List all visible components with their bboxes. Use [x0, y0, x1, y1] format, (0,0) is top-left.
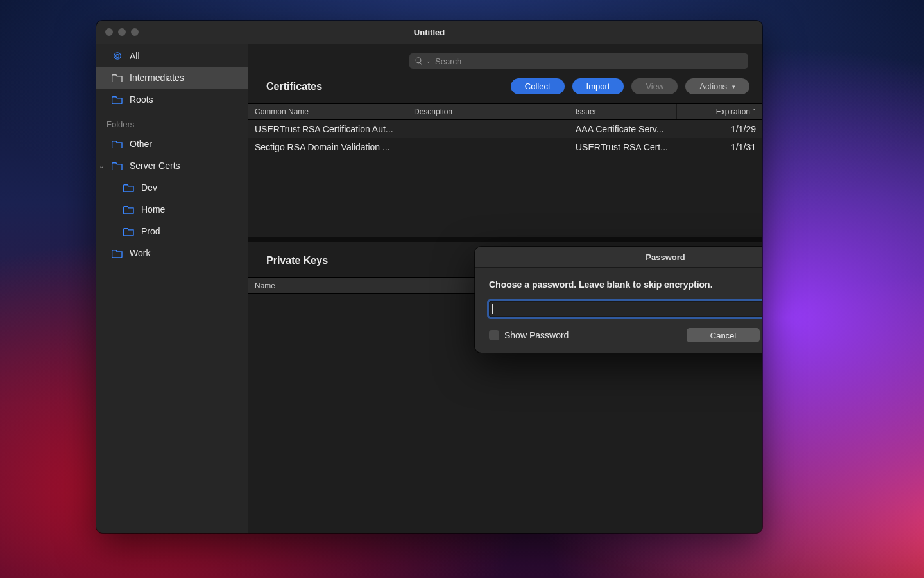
chevron-down-icon[interactable]: ⌄ [99, 162, 104, 170]
search-placeholder: Search [435, 57, 461, 66]
dialog-title: Password [475, 247, 762, 268]
sidebar-folder-dev[interactable]: Dev [96, 177, 248, 198]
sidebar-item-label: Home [141, 204, 165, 215]
app-window: Untitled All Intermediates Roots Folders… [96, 21, 762, 533]
sidebar-folder-work[interactable]: Work [96, 242, 248, 264]
folder-icon [112, 161, 123, 170]
folder-icon [123, 183, 135, 192]
main-content: ⌄ Search Certificates Collect Import Vie… [248, 44, 762, 533]
traffic-lights [105, 28, 139, 36]
certificates-title: Certificates [266, 81, 503, 92]
svg-point-0 [114, 53, 121, 60]
sidebar-item-label: All [130, 51, 140, 61]
certificates-section: Certificates Collect Import View Actions… [248, 78, 762, 237]
top-toolbar: ⌄ Search [248, 44, 762, 78]
folder-icon [123, 227, 135, 236]
chevron-down-icon: ▾ [732, 83, 735, 90]
sidebar: All Intermediates Roots Folders Other ⌄ … [96, 44, 248, 533]
sidebar-folder-prod[interactable]: Prod [96, 220, 248, 242]
sidebar-item-all[interactable]: All [96, 45, 248, 67]
sidebar-folder-other[interactable]: Other [96, 133, 248, 155]
close-window-icon[interactable] [105, 28, 113, 36]
column-issuer[interactable]: Issuer [569, 104, 677, 119]
sidebar-item-label: Intermediates [130, 73, 184, 83]
minimize-window-icon[interactable] [118, 28, 126, 36]
dialog-message: Choose a password. Leave blank to skip e… [489, 279, 762, 290]
button-label: Cancel [710, 331, 736, 340]
sort-ascending-icon: ˄ [753, 109, 756, 115]
sidebar-folder-home[interactable]: Home [96, 198, 248, 220]
cell-expiration: 1/1/29 [677, 124, 762, 134]
chevron-down-icon: ⌄ [426, 58, 431, 64]
column-description[interactable]: Description [407, 104, 569, 119]
section-divider [248, 237, 762, 242]
zoom-window-icon[interactable] [131, 28, 139, 36]
folder-icon [112, 139, 123, 148]
cell-issuer: USERTrust RSA Cert... [569, 142, 677, 152]
cancel-button[interactable]: Cancel [687, 328, 760, 342]
folder-icon [112, 73, 123, 82]
certificates-table-body: USERTrust RSA Certification Aut... AAA C… [248, 120, 762, 237]
cell-expiration: 1/1/31 [677, 142, 762, 152]
password-dialog: Password Choose a password. Leave blank … [475, 247, 762, 353]
password-input[interactable] [489, 301, 762, 317]
sidebar-item-label: Dev [141, 182, 157, 193]
button-label: Actions [699, 82, 727, 91]
actions-button[interactable]: Actions▾ [685, 78, 749, 94]
window-title: Untitled [96, 28, 762, 37]
cell-common-name: USERTrust RSA Certification Aut... [248, 124, 407, 134]
sidebar-heading-folders: Folders [96, 110, 248, 133]
cell-issuer: AAA Certificate Serv... [569, 124, 677, 134]
button-label: Import [586, 82, 610, 91]
window-titlebar[interactable]: Untitled [96, 21, 762, 44]
collect-button[interactable]: Collect [511, 78, 565, 94]
search-input[interactable]: ⌄ Search [409, 53, 748, 69]
text-cursor [492, 304, 493, 314]
button-label: Collect [525, 82, 551, 91]
sidebar-item-roots[interactable]: Roots [96, 89, 248, 110]
folder-icon [123, 205, 135, 214]
table-row[interactable]: Sectigo RSA Domain Validation ... USERTr… [248, 138, 762, 156]
view-button[interactable]: View [631, 78, 678, 94]
target-icon [112, 51, 123, 60]
sidebar-item-label: Server Certs [130, 161, 180, 171]
sidebar-item-label: Prod [141, 226, 160, 236]
cell-common-name: Sectigo RSA Domain Validation ... [248, 142, 407, 152]
show-password-checkbox[interactable] [489, 330, 499, 340]
import-button[interactable]: Import [572, 78, 624, 94]
sidebar-item-label: Other [130, 139, 152, 149]
svg-point-1 [116, 55, 119, 58]
sidebar-folder-server-certs[interactable]: ⌄ Server Certs [96, 155, 248, 177]
certificates-table-header: Common Name Description Issuer Expiratio… [248, 103, 762, 120]
table-row[interactable]: USERTrust RSA Certification Aut... AAA C… [248, 120, 762, 138]
column-common-name[interactable]: Common Name [248, 104, 407, 119]
folder-icon [112, 249, 123, 258]
button-label: View [646, 82, 663, 91]
sidebar-item-label: Roots [130, 94, 153, 105]
search-icon [415, 57, 424, 66]
sidebar-item-label: Work [130, 248, 150, 258]
show-password-label: Show Password [504, 330, 678, 340]
sidebar-item-intermediates[interactable]: Intermediates [96, 67, 248, 89]
folder-icon [112, 95, 123, 104]
column-expiration[interactable]: Expiration˄ [677, 104, 762, 119]
